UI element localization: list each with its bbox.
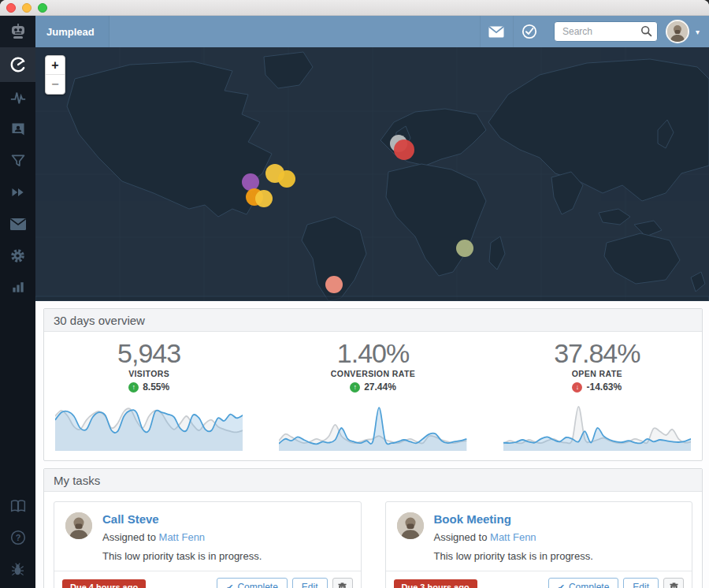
contact-card-icon: [10, 121, 26, 137]
sidebar-item-settings[interactable]: [0, 240, 35, 271]
minimize-window-button[interactable]: [22, 3, 32, 13]
edit-button[interactable]: Edit: [623, 578, 659, 588]
visitor-location-marker[interactable]: [456, 240, 473, 257]
delete-task-button[interactable]: [663, 578, 684, 588]
task-card-book-meeting: Book Meeting Assigned to Matt Fenn This …: [385, 501, 693, 588]
sidebar-item-analytics[interactable]: [0, 271, 35, 303]
sidebar-item-bug-report[interactable]: [0, 553, 35, 585]
delete-task-button[interactable]: [332, 578, 353, 588]
avatar-photo: [65, 512, 92, 539]
map-zoom-out-button[interactable]: −: [46, 75, 65, 94]
gear-icon: [9, 247, 26, 264]
stats-grid: 5,943 VISITORS ↑ 8.55% 1.40% CONVERSION …: [44, 332, 702, 460]
open-rate-sparkline: [503, 399, 691, 451]
sidebar-item-activity[interactable]: [0, 82, 35, 114]
task-description: This low priority task is in progress.: [434, 550, 593, 562]
map-zoom-control: + −: [45, 55, 65, 95]
zoom-window-button[interactable]: [38, 3, 47, 13]
sidebar-item-docs[interactable]: [0, 490, 35, 522]
app-window: Jumplead: [0, 0, 709, 588]
task-assigned: Assigned to Matt Fenn: [102, 531, 262, 543]
overview-panel: 30 days overview 5,943 VISITORS ↑ 8.55% …: [43, 308, 703, 461]
macos-titlebar: [0, 0, 709, 16]
up-arrow-icon: ↑: [350, 382, 360, 393]
visitor-location-marker[interactable]: [394, 140, 414, 160]
left-sidebar: ?: [0, 47, 35, 588]
assignee-avatar: [65, 512, 92, 539]
assignee-link[interactable]: Matt Fenn: [490, 531, 536, 543]
search-icon[interactable]: [640, 25, 652, 37]
stat-value: 37.84%: [554, 338, 640, 368]
tasks-panel-title: My tasks: [44, 469, 702, 492]
trash-icon: [338, 582, 347, 588]
sidebar-item-automation[interactable]: [0, 177, 35, 208]
help-circle-icon: ?: [10, 530, 26, 545]
overview-panel-title: 30 days overview: [44, 309, 702, 332]
assigned-prefix: Assigned to: [102, 531, 156, 543]
sidebar-item-email[interactable]: [0, 208, 35, 240]
stat-open-rate: 37.84% OPEN RATE ↓ -14.63%: [503, 338, 691, 451]
stat-value: 5,943: [117, 338, 180, 368]
visitor-location-marker[interactable]: [255, 190, 273, 207]
due-badge: Due 4 hours ago: [62, 579, 146, 588]
task-assigned: Assigned to Matt Fenn: [434, 531, 593, 543]
sidebar-item-dashboard[interactable]: [0, 47, 35, 82]
stat-visitors: 5,943 VISITORS ↑ 8.55%: [55, 338, 243, 451]
stat-conversion-rate: 1.40% CONVERSION RATE ↑ 27.44%: [279, 338, 466, 451]
check-icon: ✔: [226, 582, 233, 588]
robot-logo-icon: [8, 21, 28, 42]
task-card-call-steve: Call Steve Assigned to Matt Fenn This lo…: [54, 501, 362, 588]
brand-title[interactable]: Jumplead: [35, 16, 110, 47]
stat-change-value: 27.44%: [364, 381, 396, 393]
avatar-photo: [667, 21, 688, 42]
dashboard-content: 30 days overview 5,943 VISITORS ↑ 8.55% …: [35, 301, 709, 588]
tasks-icon[interactable]: [513, 16, 546, 47]
tasks-panel: My tasks Call Steve: [43, 468, 703, 588]
world-map-graphic: [35, 47, 709, 301]
task-cards: Call Steve Assigned to Matt Fenn This lo…: [44, 492, 702, 588]
sidebar-bottom-group: ?: [0, 490, 35, 588]
messages-icon[interactable]: [480, 16, 513, 47]
task-description: This low priority task is in progress.: [102, 550, 262, 562]
check-circle-icon: [522, 24, 537, 39]
complete-label: Complete: [237, 582, 277, 588]
stat-label: OPEN RATE: [572, 369, 622, 378]
jumplead-logo[interactable]: [0, 16, 35, 47]
book-icon: [10, 499, 26, 513]
search-box: [554, 21, 658, 42]
map-zoom-in-button[interactable]: +: [46, 56, 65, 75]
complete-button[interactable]: ✔ Complete: [548, 578, 619, 588]
complete-button[interactable]: ✔ Complete: [217, 578, 288, 588]
task-title[interactable]: Book Meeting: [434, 512, 593, 526]
assignee-avatar: [397, 512, 424, 539]
sidebar-item-funnel[interactable]: [0, 145, 35, 177]
sidebar-item-help[interactable]: ?: [0, 522, 35, 553]
visitor-location-marker[interactable]: [278, 170, 295, 188]
svg-text:?: ?: [15, 533, 20, 542]
edit-button[interactable]: Edit: [292, 578, 328, 588]
user-avatar[interactable]: [666, 20, 689, 43]
assignee-link[interactable]: Matt Fenn: [159, 531, 206, 543]
stat-change: ↑ 27.44%: [350, 381, 396, 393]
top-navigation-bar: Jumplead: [0, 16, 709, 47]
dashboard-gauge-icon: [9, 56, 27, 73]
avatar-photo: [397, 512, 424, 539]
task-footer: Due 4 hours ago ✔ Complete Edit: [54, 571, 361, 588]
user-menu-caret-icon[interactable]: ▾: [696, 28, 700, 36]
envelope-icon: [488, 26, 504, 38]
assigned-prefix: Assigned to: [434, 531, 488, 543]
stat-change-value: -14.63%: [586, 381, 622, 393]
task-title[interactable]: Call Steve: [102, 512, 262, 526]
stat-change: ↑ 8.55%: [128, 381, 169, 393]
stat-value: 1.40%: [337, 338, 409, 368]
check-icon: ✔: [558, 582, 565, 588]
due-badge: Due 3 hours ago: [394, 579, 477, 588]
stat-change: ↓ -14.63%: [572, 381, 622, 393]
visitor-world-map[interactable]: + −: [35, 47, 709, 301]
visitor-location-marker[interactable]: [325, 276, 343, 293]
close-window-button[interactable]: [6, 3, 16, 13]
down-arrow-icon: ↓: [572, 382, 582, 393]
mail-icon: [10, 218, 26, 230]
sidebar-item-contacts[interactable]: [0, 114, 35, 145]
stat-label: CONVERSION RATE: [331, 369, 415, 378]
